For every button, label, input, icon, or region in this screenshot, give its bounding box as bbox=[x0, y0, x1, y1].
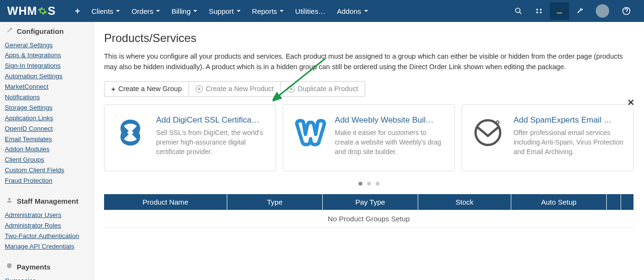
plus-icon: + bbox=[111, 85, 116, 93]
create-product-button[interactable]: +Create a New Product bbox=[189, 81, 281, 97]
page-description: This is where you configure all your pro… bbox=[104, 52, 633, 73]
sidebar-link-apps-integrations[interactable]: Apps & Integrations bbox=[5, 51, 88, 61]
sidebar-link-client-groups[interactable]: Client Groups bbox=[5, 155, 88, 166]
carousel-dot[interactable] bbox=[367, 182, 371, 186]
th-action-1 bbox=[607, 194, 621, 210]
wrench-icon[interactable] bbox=[570, 2, 589, 20]
promo-card-weebly[interactable]: Add Weebly Website Buil… Make it easier … bbox=[283, 104, 454, 171]
gear-icon bbox=[38, 6, 47, 16]
nav-label: Billing bbox=[171, 7, 190, 15]
nav-item-addons[interactable]: Addons bbox=[332, 1, 373, 21]
logo-prefix: WHM bbox=[7, 4, 37, 18]
sidebar-link-marketconnect[interactable]: MarketConnect bbox=[5, 82, 88, 93]
nav-right bbox=[509, 0, 637, 22]
plus-circle-icon: + bbox=[287, 85, 295, 93]
table-body: No Product Groups Setup bbox=[104, 210, 633, 228]
th-action-2 bbox=[621, 194, 635, 210]
nav-item-billing[interactable]: Billing bbox=[167, 1, 202, 21]
nav-item-orders[interactable]: Orders bbox=[127, 1, 165, 21]
avatar-icon bbox=[596, 4, 609, 18]
nav-item-support[interactable]: Support bbox=[204, 1, 245, 21]
th-product-name[interactable]: Product Name bbox=[104, 194, 227, 210]
nav-label: Utilities… bbox=[295, 7, 325, 15]
main-content: Products/Services This is where you conf… bbox=[94, 22, 644, 280]
caret-down-icon bbox=[280, 10, 284, 12]
carousel-dots bbox=[104, 182, 633, 186]
card-title: Add Weebly Website Buil… bbox=[335, 115, 445, 125]
caret-down-icon bbox=[364, 10, 368, 12]
nav-label: Orders bbox=[131, 7, 153, 15]
sidebar-link-admin-users[interactable]: Administrator Users bbox=[5, 210, 88, 220]
nav-label: Addons bbox=[337, 7, 361, 15]
card-description: Offer professional email services includ… bbox=[514, 128, 624, 157]
th-pay-type[interactable]: Pay Type bbox=[323, 194, 418, 210]
sidebar-link-custom-client-fields[interactable]: Custom Client Fields bbox=[5, 166, 88, 176]
carousel-dot[interactable] bbox=[376, 182, 380, 186]
sidebar-link-fraud-protection[interactable]: Fraud Protection bbox=[5, 176, 88, 187]
sidebar-section-payments: Payments bbox=[0, 258, 93, 276]
card-title: Add SpamExperts Email … bbox=[514, 115, 624, 125]
th-auto-setup[interactable]: Auto Setup bbox=[511, 194, 607, 210]
spamexperts-icon bbox=[471, 115, 505, 150]
user-icon bbox=[6, 197, 13, 205]
nav-item-utilities[interactable]: Utilities… bbox=[290, 1, 330, 21]
logo[interactable]: WHMS bbox=[7, 4, 56, 18]
sidebar-link-addon-modules[interactable]: Addon Modules bbox=[5, 145, 88, 155]
sidebar-link-two-factor[interactable]: Two-Factor Authentication bbox=[5, 231, 88, 241]
sidebar-link-openid-connect[interactable]: OpenID Connect bbox=[5, 124, 88, 134]
nav-label: Reports bbox=[252, 7, 277, 15]
sidebar-section-configuration: Configuration bbox=[0, 22, 93, 40]
duplicate-product-button[interactable]: +Duplicate a Product bbox=[281, 81, 365, 97]
wrench-icon bbox=[6, 27, 13, 35]
download-icon[interactable] bbox=[550, 2, 569, 20]
th-type[interactable]: Type bbox=[227, 194, 323, 210]
svg-point-11 bbox=[496, 121, 498, 123]
svg-point-2 bbox=[536, 9, 538, 10]
help-icon[interactable] bbox=[616, 1, 637, 21]
nav-label: Support bbox=[209, 7, 234, 15]
caret-down-icon bbox=[193, 10, 197, 12]
nav-label: Clients bbox=[92, 7, 114, 15]
sidebar-link-sign-in-integrations[interactable]: Sign-In Integrations bbox=[5, 61, 88, 72]
sidebar-link-admin-roles[interactable]: Administrator Roles bbox=[5, 220, 88, 231]
promo-card-digicert[interactable]: Add DigiCert SSL Certifica… Sell SSL's f… bbox=[104, 104, 276, 171]
svg-line-1 bbox=[519, 12, 521, 14]
svg-point-5 bbox=[540, 11, 542, 13]
sidebar-link-currencies[interactable]: Currencies bbox=[5, 276, 88, 280]
search-icon[interactable] bbox=[509, 2, 528, 20]
caret-down-icon bbox=[156, 10, 160, 12]
coins-icon bbox=[6, 262, 13, 271]
sidebar-section-title: Payments bbox=[17, 263, 51, 271]
nav-plus-button[interactable]: + bbox=[70, 0, 85, 22]
carousel-dot[interactable] bbox=[359, 182, 362, 186]
nav-left: + Clients Orders Billing Support Reports… bbox=[70, 0, 373, 22]
sidebar-link-email-templates[interactable]: Email Templates bbox=[5, 134, 88, 145]
table-empty-row: No Product Groups Setup bbox=[104, 210, 633, 228]
sidebar-links-configuration: General Settings Apps & Integrations Sig… bbox=[0, 40, 93, 192]
action-button-group: +Create a New Group +Create a New Produc… bbox=[104, 81, 365, 97]
close-icon[interactable]: ✕ bbox=[627, 97, 634, 108]
sidebar-link-automation-settings[interactable]: Automation Settings bbox=[5, 72, 88, 82]
th-stock[interactable]: Stock bbox=[418, 194, 511, 210]
sidebar-section-title: Staff Management bbox=[17, 197, 78, 205]
create-group-button[interactable]: +Create a New Group bbox=[104, 81, 189, 97]
card-title: Add DigiCert SSL Certifica… bbox=[156, 115, 267, 125]
nav-item-reports[interactable]: Reports bbox=[247, 1, 289, 21]
top-navbar: WHMS + Clients Orders Billing Support Re… bbox=[0, 0, 644, 22]
settings-icon[interactable] bbox=[529, 2, 549, 20]
promo-cards-row: Add DigiCert SSL Certifica… Sell SSL's f… bbox=[104, 104, 633, 171]
digicert-icon bbox=[113, 115, 148, 150]
sidebar: Configuration General Settings Apps & In… bbox=[0, 22, 94, 280]
button-label: Create a New Group bbox=[118, 85, 182, 93]
weebly-icon bbox=[292, 115, 326, 150]
sidebar-link-general-settings[interactable]: General Settings bbox=[5, 40, 88, 51]
button-label: Duplicate a Product bbox=[297, 85, 358, 93]
sidebar-link-storage-settings[interactable]: Storage Settings bbox=[5, 103, 88, 113]
user-avatar[interactable] bbox=[590, 0, 615, 22]
promo-card-spamexperts[interactable]: Add SpamExperts Email … Offer profession… bbox=[462, 104, 633, 171]
sidebar-link-notifications[interactable]: Notifications bbox=[5, 92, 88, 103]
sidebar-link-application-links[interactable]: Application Links bbox=[5, 113, 88, 124]
sidebar-link-manage-api[interactable]: Manage API Credentials bbox=[5, 241, 88, 252]
nav-item-clients[interactable]: Clients bbox=[87, 1, 125, 21]
caret-down-icon bbox=[116, 10, 120, 12]
